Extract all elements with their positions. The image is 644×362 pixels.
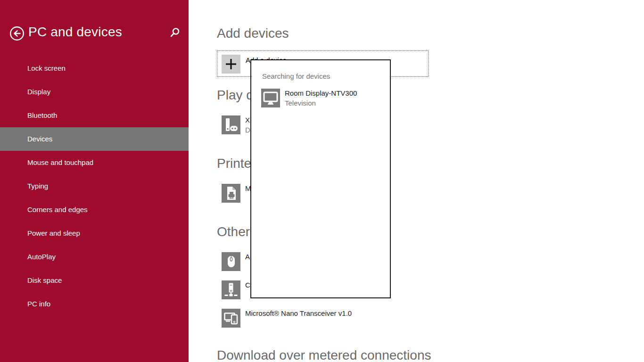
download-metered-heading: Download over metered connections [217,348,431,362]
plus-icon [222,55,240,74]
device-title: A [245,253,250,261]
play-devices-heading: Play d [217,88,254,103]
xbox-console-icon [222,115,240,134]
searching-status-text: Searching for devices [262,72,330,80]
device-subtitle: D [245,126,250,134]
television-icon [261,89,280,107]
computer-network-icon [222,280,240,299]
device-title: Microsoft® Nano Transceiver v1.0 [245,309,352,317]
popup-device-row-television[interactable]: Room Display-NTV300 Television [261,89,384,107]
popup-device-name: Room Display-NTV300 [285,89,357,97]
add-devices-heading: Add devices [217,26,289,41]
popup-device-type: Television [285,99,316,107]
mouse-icon [222,252,240,271]
other-devices-heading: Other [217,224,250,239]
monitor-phone-icon [222,309,240,328]
pc-settings-window: PC and devices Lock screen Display Bluet… [0,0,644,362]
add-device-popup: Searching for devices Room Display-NTV30… [250,59,391,298]
device-title: X [245,116,250,124]
device-row-nano-transceiver[interactable]: Microsoft® Nano Transceiver v1.0 [222,309,420,328]
printer-document-icon [222,184,240,203]
device-title: C [245,281,250,289]
